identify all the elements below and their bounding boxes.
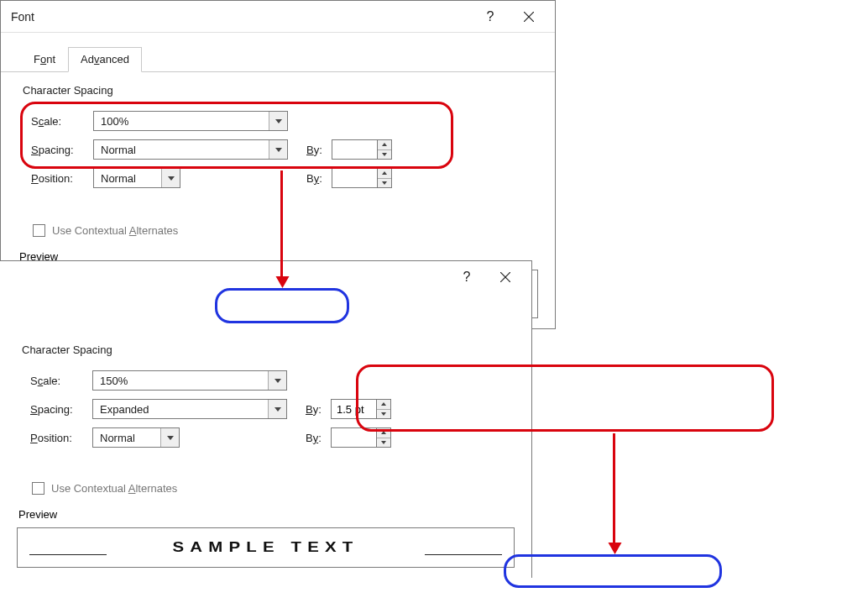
close-button[interactable] [486, 264, 525, 291]
spinner-down-icon[interactable] [378, 179, 391, 188]
annotation-blue-box [504, 554, 722, 588]
chevron-down-icon[interactable] [268, 371, 286, 390]
position-value: Normal [94, 172, 161, 185]
section-character-spacing-label: Character Spacing [17, 343, 515, 361]
help-button[interactable]: ? [447, 264, 486, 291]
label-spacing-by: By: [306, 144, 332, 156]
dialog-title: Font [11, 10, 471, 24]
scale-value: 150% [93, 375, 268, 387]
scale-value: 100% [94, 115, 269, 128]
spinner-up-icon[interactable] [377, 400, 390, 410]
chevron-down-icon[interactable] [269, 140, 287, 159]
spacing-value: Normal [94, 144, 269, 156]
use-contextual-alternates-row[interactable]: Use Contextual Alternates [17, 479, 515, 505]
scale-combo[interactable]: 100% [93, 111, 288, 131]
row-scale: Scale: 100% [31, 107, 533, 135]
spinner-up-icon[interactable] [378, 169, 391, 179]
checkbox-icon[interactable] [33, 224, 45, 237]
chevron-down-icon[interactable] [269, 112, 287, 130]
chevron-down-icon[interactable] [268, 400, 286, 418]
checkbox-icon[interactable] [32, 482, 44, 495]
position-combo[interactable]: Normal [93, 168, 180, 188]
position-value: Normal [93, 432, 160, 444]
close-button[interactable] [510, 3, 548, 30]
use-contextual-alternates-label: Use Contextual Alternates [51, 482, 177, 495]
annotation-arrow-head-icon [609, 543, 622, 554]
help-button[interactable]: ? [471, 3, 510, 30]
position-by-spinner[interactable] [331, 427, 391, 448]
chevron-down-icon[interactable] [161, 169, 180, 187]
label-position: Position: [31, 172, 93, 185]
titlebar: Font ? [1, 1, 555, 33]
label-spacing-by: By: [306, 403, 331, 416]
use-contextual-alternates-label: Use Contextual Alternates [52, 224, 178, 237]
dialog-content: Character Spacing Scale: 150% Spacing: E… [0, 338, 531, 578]
position-by-input[interactable] [332, 168, 377, 188]
label-position-by: By: [306, 172, 332, 185]
spacing-combo[interactable]: Expanded [92, 399, 287, 419]
spacing-by-input[interactable] [331, 399, 376, 419]
chevron-down-icon[interactable] [160, 428, 179, 447]
preview-text: SAMPLE TEXT [172, 539, 358, 556]
tab-strip: Font Advanced [1, 33, 555, 72]
font-dialog-2: ? Character Spacing Scale: 150% Spacing:… [0, 260, 532, 578]
tab-advanced[interactable]: Advanced [68, 47, 142, 72]
label-spacing: Spacing: [31, 144, 93, 156]
annotation-arrow [613, 433, 615, 544]
spacing-value: Expanded [93, 403, 268, 416]
use-contextual-alternates-row[interactable]: Use Contextual Alternates [18, 221, 538, 247]
row-spacing: Spacing: Normal By: [31, 135, 533, 164]
spacing-by-spinner[interactable] [331, 399, 391, 419]
row-spacing: Spacing: Expanded By: [30, 395, 510, 423]
preview-box: SAMPLE TEXT [17, 527, 515, 568]
row-position: Position: Normal By: [31, 164, 533, 192]
row-position: Position: Normal By: [30, 423, 510, 452]
label-scale: Scale: [30, 375, 92, 387]
spacing-by-input[interactable] [332, 139, 377, 160]
section-character-spacing: Scale: 150% Spacing: Expanded By: [17, 361, 515, 457]
spinner-down-icon[interactable] [377, 438, 390, 448]
position-by-input[interactable] [331, 427, 376, 448]
row-scale: Scale: 150% [30, 366, 510, 395]
tab-font[interactable]: Font [21, 47, 68, 72]
spacing-by-spinner[interactable] [332, 139, 392, 160]
scale-combo[interactable]: 150% [92, 370, 287, 391]
preview-label: Preview [17, 505, 515, 526]
spinner-up-icon[interactable] [377, 428, 390, 438]
position-by-spinner[interactable] [332, 168, 392, 188]
spacing-combo[interactable]: Normal [93, 139, 288, 160]
preview-line [29, 554, 107, 555]
label-position: Position: [30, 432, 92, 444]
preview-line [425, 554, 502, 555]
label-spacing: Spacing: [30, 403, 92, 416]
section-character-spacing: Scale: 100% Spacing: Normal By: [18, 102, 538, 197]
spinner-down-icon[interactable] [378, 150, 391, 160]
position-combo[interactable]: Normal [92, 427, 180, 448]
spinner-up-icon[interactable] [378, 140, 391, 150]
titlebar: ? [0, 261, 531, 293]
section-character-spacing-label: Character Spacing [18, 84, 538, 102]
label-scale: Scale: [31, 115, 93, 128]
label-position-by: By: [306, 432, 331, 444]
spinner-down-icon[interactable] [377, 410, 390, 419]
